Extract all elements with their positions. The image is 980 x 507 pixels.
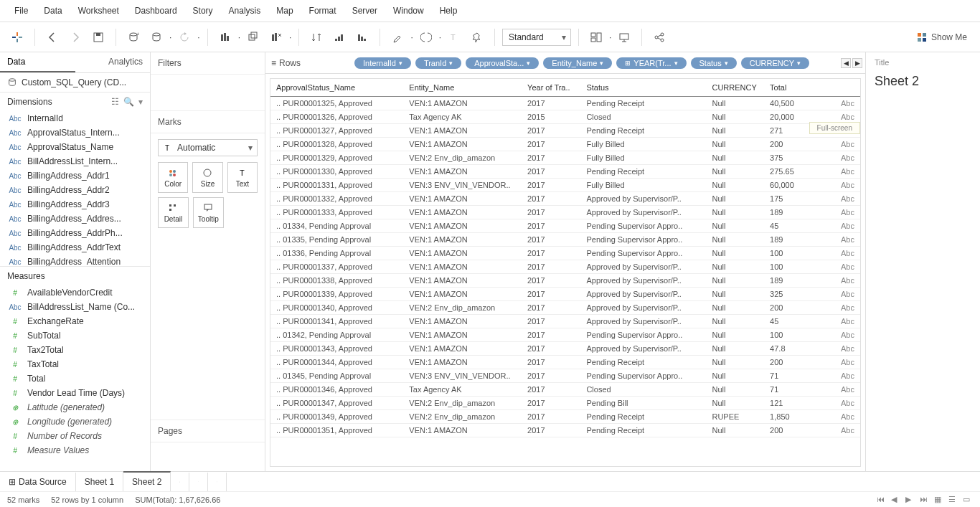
table-row[interactable]: .. PUR00001340, ApprovedVEN:2 Env_dip_am… xyxy=(270,301,860,315)
new-story-tab-icon[interactable] xyxy=(208,473,227,491)
table-row[interactable]: .. PUR00001346, ApprovedTax Agency AK201… xyxy=(270,383,860,397)
field-item[interactable]: AbcApprovalStatus_Intern... xyxy=(0,125,150,140)
fit-dropdown[interactable]: Standard xyxy=(502,29,571,46)
nav-prev-icon[interactable]: ◀ xyxy=(891,495,901,505)
sort-asc-icon[interactable] xyxy=(329,27,349,47)
data-grid[interactable]: Full-screen ApprovalStatus_NameEntity_Na… xyxy=(270,78,861,467)
table-row[interactable]: .. PUR00001330, ApprovedVEN:1 AMAZON2017… xyxy=(270,165,860,179)
table-row[interactable]: .. PUR00001344, ApprovedVEN:1 AMAZON2017… xyxy=(270,356,860,369)
field-item[interactable]: AbcInternalId xyxy=(0,111,150,125)
marks-tooltip[interactable]: Tooltip xyxy=(193,197,224,228)
row-pill[interactable]: CURRENCY▾ xyxy=(741,57,809,69)
field-item[interactable]: AbcBillingAddress_AddrText xyxy=(0,240,150,255)
row-pill[interactable]: ⊞YEAR(Tr...▾ xyxy=(616,57,686,69)
field-item[interactable]: AbcApprovalStatus_Name xyxy=(0,140,150,154)
presentation-icon[interactable] xyxy=(614,27,634,47)
table-row[interactable]: .. PUR00001332, ApprovedVEN:1 AMAZON2017… xyxy=(270,192,860,206)
menu-file[interactable]: File xyxy=(7,3,35,19)
shelf-left-icon[interactable]: ◀ xyxy=(841,58,851,68)
table-row[interactable]: .. PUR00001338, ApprovedVEN:1 AMAZON2017… xyxy=(270,274,860,288)
table-row[interactable]: .. PUR00001333, ApprovedVEN:1 AMAZON2017… xyxy=(270,206,860,219)
table-row[interactable]: .. PUR00001347, ApprovedVEN:2 Env_dip_am… xyxy=(270,397,860,410)
sheet-tab[interactable]: Sheet 2 xyxy=(123,471,171,491)
table-row[interactable]: .. PUR00001349, ApprovedVEN:2 Env_dip_am… xyxy=(270,410,860,424)
pause-auto-icon[interactable] xyxy=(146,27,166,47)
field-item[interactable]: AbcBillingAddress_Addr1 xyxy=(0,169,150,183)
show-me-button[interactable]: Show Me xyxy=(911,29,973,45)
view-grid-icon[interactable]: ▦ xyxy=(934,495,944,505)
marks-detail[interactable]: Detail xyxy=(158,197,189,228)
new-dashboard-tab-icon[interactable] xyxy=(189,473,208,491)
field-item[interactable]: #Measure Values xyxy=(0,443,150,458)
marks-size[interactable]: Size xyxy=(192,162,222,193)
table-row[interactable]: .. PUR00001328, ApprovedVEN:1 AMAZON2017… xyxy=(270,138,860,151)
duplicate-icon[interactable] xyxy=(243,27,263,47)
table-row[interactable]: .. 01336, Pending ApprovalVEN:1 AMAZON20… xyxy=(270,247,860,260)
rows-shelf[interactable]: ≡Rows InternalId▾TranId▾ApprovalSta...▾E… xyxy=(265,52,865,74)
view-slides-icon[interactable]: ▭ xyxy=(963,495,973,505)
menu-help[interactable]: Help xyxy=(433,3,465,19)
table-row[interactable]: .. PUR00001341, ApprovedVEN:1 AMAZON2017… xyxy=(270,315,860,328)
pages-shelf[interactable]: Pages xyxy=(151,420,265,442)
sheet-title[interactable]: Sheet 2 xyxy=(875,74,971,89)
datasource-item[interactable]: Custom_SQL_Query (CD... xyxy=(0,73,150,92)
highlight-icon[interactable] xyxy=(387,27,407,47)
new-worksheet-tab-icon[interactable]: + xyxy=(171,473,189,491)
field-item[interactable]: AbcBillingAddress_Attention xyxy=(0,255,150,266)
refresh-icon[interactable] xyxy=(174,27,194,47)
view-film-icon[interactable]: ☰ xyxy=(948,495,958,505)
row-pill[interactable]: InternalId▾ xyxy=(354,57,411,69)
field-item[interactable]: #Tax2Total xyxy=(0,343,150,357)
menu-format[interactable]: Format xyxy=(302,3,344,19)
sheet-tab[interactable]: Sheet 1 xyxy=(76,472,123,491)
table-row[interactable]: .. PUR00001326, ApprovedTax Agency AK201… xyxy=(270,110,860,124)
nav-first-icon[interactable]: ⏮ xyxy=(877,495,887,505)
mark-type-dropdown[interactable]: T Automatic xyxy=(158,139,258,156)
field-item[interactable]: #AvailableVendorCredit xyxy=(0,285,150,300)
menu-dashboard[interactable]: Dashboard xyxy=(128,3,184,19)
field-item[interactable]: AbcBillAddressList_Intern... xyxy=(0,154,150,169)
table-row[interactable]: .. 01334, Pending ApprovalVEN:1 AMAZON20… xyxy=(270,219,860,233)
group-icon[interactable] xyxy=(416,27,436,47)
row-pill[interactable]: Entity_Name▾ xyxy=(543,57,612,69)
table-row[interactable]: .. 01345, Pending ApprovalVEN:3 ENV_VIN_… xyxy=(270,369,860,383)
search-field-icon[interactable]: 🔍 xyxy=(123,97,134,107)
field-item[interactable]: AbcBillingAddress_Addr2 xyxy=(0,183,150,197)
row-pill[interactable]: Status▾ xyxy=(691,57,737,69)
field-item[interactable]: AbcBillAddressList_Name (Co... xyxy=(0,300,150,314)
measures-list[interactable]: #AvailableVendorCreditAbcBillAddressList… xyxy=(0,285,150,471)
field-item[interactable]: #ExchangeRate xyxy=(0,314,150,328)
table-row[interactable]: .. PUR00001339, ApprovedVEN:1 AMAZON2017… xyxy=(270,288,860,301)
field-item[interactable]: #Total xyxy=(0,371,150,386)
menu-server[interactable]: Server xyxy=(345,3,385,19)
menu-worksheet[interactable]: Worksheet xyxy=(71,3,126,19)
menu-story[interactable]: Story xyxy=(186,3,220,19)
field-item[interactable]: AbcBillingAddress_Addres... xyxy=(0,212,150,226)
field-item[interactable]: #Number of Records xyxy=(0,429,150,443)
row-pill[interactable]: ApprovalSta...▾ xyxy=(466,57,539,69)
clear-icon[interactable] xyxy=(266,27,286,47)
marks-color[interactable]: Color xyxy=(158,162,188,193)
swap-icon[interactable] xyxy=(306,27,326,47)
new-worksheet-icon[interactable] xyxy=(215,27,235,47)
forward-icon[interactable] xyxy=(65,27,85,47)
field-item[interactable]: ⊕Latitude (generated) xyxy=(0,400,150,414)
table-row[interactable]: .. PUR00001329, ApprovedVEN:2 Env_dip_am… xyxy=(270,151,860,165)
field-item[interactable]: AbcBillingAddress_Addr3 xyxy=(0,197,150,212)
view-as-icon[interactable]: ☷ xyxy=(111,97,119,107)
table-row[interactable]: .. PUR00001351, ApprovedVEN:1 AMAZON2017… xyxy=(270,424,860,437)
tableau-logo-icon[interactable] xyxy=(7,27,27,47)
label-icon[interactable]: T xyxy=(444,27,464,47)
sort-desc-icon[interactable] xyxy=(352,27,372,47)
pin-icon[interactable] xyxy=(467,27,487,47)
datasource-tab[interactable]: ⊞Data Source xyxy=(0,473,76,491)
nav-last-icon[interactable]: ⏭ xyxy=(920,495,930,505)
field-item[interactable]: AbcBillingAddress_AddrPh... xyxy=(0,226,150,240)
menu-window[interactable]: Window xyxy=(386,3,431,19)
dim-menu-icon[interactable]: ▾ xyxy=(138,97,143,107)
field-item[interactable]: #SubTotal xyxy=(0,328,150,343)
analytics-tab[interactable]: Analytics xyxy=(75,52,151,72)
field-item[interactable]: #Vendor Lead Time (Days) xyxy=(0,386,150,400)
filters-shelf[interactable]: Filters xyxy=(151,52,265,75)
menu-map[interactable]: Map xyxy=(269,3,300,19)
